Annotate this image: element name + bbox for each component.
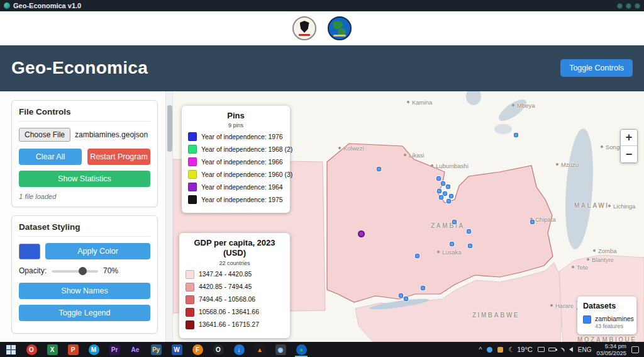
- independence-pin-marker[interactable]: [358, 230, 365, 237]
- mine-pin-marker[interactable]: [439, 195, 443, 200]
- mine-pin-marker[interactable]: [450, 242, 454, 246]
- vlc-icon[interactable]: ▲: [252, 342, 268, 357]
- mine-pin-marker[interactable]: [415, 254, 419, 258]
- pins-legend-item: Year of independence: 1966: [188, 157, 284, 166]
- pins-legend-item: Year of independence: 1964: [188, 183, 284, 191]
- hidden-icons-chevron[interactable]: ^: [479, 346, 482, 353]
- sidebar-scrollbar[interactable]: [165, 91, 173, 342]
- opacity-slider-thumb[interactable]: [79, 267, 87, 275]
- pins-legend-item-label: Year of independence: 1975: [201, 196, 283, 203]
- restart-program-button[interactable]: Restart Program: [87, 149, 150, 165]
- mine-pin-marker[interactable]: [449, 194, 453, 198]
- weather-widget[interactable]: ☾ 19°C: [508, 346, 532, 354]
- controls-sidebar: File Controls Choose File zambiamines.ge…: [0, 91, 165, 342]
- date-label: 03/05/2025: [596, 349, 626, 356]
- pins-legend-item-label: Year of independence: 1964: [201, 184, 283, 191]
- after-effects-icon[interactable]: Ae: [127, 342, 143, 357]
- city-dot: [437, 251, 440, 253]
- maxthon-browser-icon[interactable]: M: [86, 342, 102, 357]
- gdp-legend-item: 13641.66 - 16715.27: [186, 320, 284, 329]
- color-swatch[interactable]: [19, 244, 40, 259]
- mine-pin-marker[interactable]: [441, 181, 445, 186]
- clear-all-button[interactable]: Clear All: [19, 149, 82, 165]
- dataset-styling-card: Dataset Styling Apply Color Opacity: 70%…: [11, 215, 158, 334]
- word-icon[interactable]: W: [169, 342, 185, 357]
- language-indicator[interactable]: ENG: [578, 346, 592, 353]
- mine-pin-marker[interactable]: [530, 220, 535, 224]
- pins-legend-title: Pins: [188, 111, 284, 121]
- minimize-button[interactable]: [617, 3, 623, 9]
- battery-icon[interactable]: [548, 348, 556, 351]
- mine-pin-marker[interactable]: [436, 176, 441, 181]
- python-icon[interactable]: Py: [148, 342, 164, 357]
- pins-legend-item: Year of independence: 1975: [188, 195, 284, 204]
- clock[interactable]: 5:34 pm 03/05/2025: [596, 343, 626, 357]
- wifi-icon[interactable]: [558, 346, 566, 354]
- camera-icon[interactable]: ◉: [272, 342, 289, 357]
- window-title: Geo-Economica v1.0: [13, 2, 81, 9]
- files-loaded-status: 1 file loaded: [19, 193, 150, 200]
- mine-pin-marker[interactable]: [437, 189, 441, 193]
- file-controls-card: File Controls Choose File zambiamines.ge…: [11, 100, 158, 207]
- notifications-icon[interactable]: [631, 346, 639, 353]
- gdp-legend-item-swatch: [186, 283, 194, 292]
- tray-badge-icon[interactable]: [497, 347, 503, 353]
- excel-icon[interactable]: X: [44, 342, 60, 357]
- opera-icon[interactable]: O: [23, 342, 40, 357]
- powerpoint-icon[interactable]: P: [65, 342, 81, 357]
- mine-pin-marker[interactable]: [446, 184, 450, 189]
- start-button[interactable]: [3, 342, 19, 357]
- geo-app-icon[interactable]: ●: [293, 342, 309, 357]
- mine-pin-marker[interactable]: [447, 199, 451, 203]
- city-dot: [572, 266, 574, 268]
- mine-pin-marker[interactable]: [404, 297, 408, 301]
- monitor-icon[interactable]: [538, 347, 545, 352]
- apply-color-button[interactable]: Apply Color: [45, 243, 150, 259]
- gdp-legend-item-label: 4420.85 - 7494.45: [199, 283, 252, 290]
- gdp-legend-item-swatch: [186, 320, 194, 329]
- mine-pin-marker[interactable]: [468, 244, 472, 248]
- mine-pin-marker[interactable]: [399, 293, 403, 298]
- zoom-out-button[interactable]: −: [621, 146, 637, 162]
- mine-pin-marker[interactable]: [467, 229, 471, 234]
- dataset-color-swatch[interactable]: [583, 315, 591, 324]
- mine-pin-marker[interactable]: [514, 133, 518, 137]
- city-dot: [556, 163, 558, 166]
- maximize-button[interactable]: [626, 3, 631, 9]
- obs-icon[interactable]: O: [210, 342, 226, 357]
- mine-pin-marker[interactable]: [421, 286, 425, 290]
- pins-legend-item: Year of independence: 1960 (3): [188, 170, 284, 179]
- toggle-legend-button[interactable]: Toggle Legend: [19, 305, 150, 321]
- scrollbar-thumb[interactable]: [167, 105, 172, 152]
- firefox-icon[interactable]: F: [189, 342, 206, 357]
- close-button[interactable]: [635, 3, 640, 9]
- title-bar: Geo-Economica v1.0: [0, 0, 644, 11]
- mine-pin-marker[interactable]: [443, 191, 447, 196]
- app-icon: [4, 3, 10, 9]
- pins-legend-item-swatch: [188, 170, 197, 179]
- tray-badge-icon[interactable]: [487, 347, 492, 353]
- zoom-control: + −: [620, 129, 638, 163]
- premiere-icon[interactable]: Pr: [106, 342, 123, 357]
- mine-pin-marker[interactable]: [377, 167, 381, 171]
- show-names-button[interactable]: Show Names: [19, 283, 150, 299]
- zoom-in-button[interactable]: +: [621, 130, 637, 146]
- show-statistics-button[interactable]: Show Statistics: [19, 171, 150, 187]
- gdp-legend-title-line2: (USD): [186, 248, 284, 258]
- pins-legend-item-label: Year of independence: 1960 (3): [201, 171, 292, 178]
- opacity-label: Opacity:: [19, 266, 47, 275]
- app-window: Geo-Economica v1.0 Geo-Economica Toggle …: [0, 0, 644, 357]
- choose-file-button[interactable]: Choose File: [19, 128, 70, 142]
- volume-icon[interactable]: [569, 347, 573, 352]
- map-canvas[interactable]: KaminaMbeyaKolweziLikasiLubumbashiSongea…: [173, 91, 644, 342]
- downloads-icon[interactable]: ↓: [231, 342, 247, 357]
- pins-legend-item: Year of independence: 1968 (2): [188, 145, 284, 154]
- datasets-title: Datasets: [583, 302, 631, 310]
- time-label: 5:34 pm: [605, 343, 626, 349]
- mine-pin-marker[interactable]: [452, 220, 457, 224]
- city-dot: [431, 164, 433, 167]
- globe-band: [333, 35, 346, 37]
- opacity-slider[interactable]: [52, 267, 98, 275]
- pins-legend-item-swatch: [188, 183, 197, 191]
- toggle-controls-button[interactable]: Toggle Controls: [560, 59, 633, 77]
